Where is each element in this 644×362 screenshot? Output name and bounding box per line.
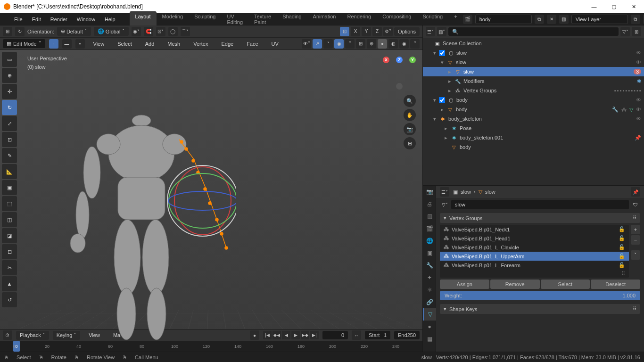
prop-tab-viewlayer[interactable]: ▥	[423, 210, 436, 222]
tool-transform[interactable]: ⊡	[2, 132, 17, 147]
tool-select-box[interactable]: ▭	[2, 52, 17, 67]
tree-row[interactable]: ▸⁂Vertex Groups▪▪▪▪▪▪▪▪▪▪	[423, 86, 644, 95]
axis-y-button[interactable]: Y	[362, 27, 371, 36]
editor-type-icon[interactable]: ⊞	[3, 27, 12, 36]
eye-icon[interactable]: 👁	[636, 50, 641, 56]
tool-annotate[interactable]: ✎	[2, 148, 17, 163]
breadcrumb-mesh[interactable]: slow	[485, 189, 495, 195]
vertex-select-mode-icon[interactable]: ▫	[49, 39, 58, 49]
prop-tab-scene[interactable]: 🎬	[423, 222, 436, 235]
scene-delete-icon[interactable]: ✕	[547, 15, 556, 24]
menu-select[interactable]: Select	[113, 39, 137, 49]
jump-start-icon[interactable]: |◀	[263, 331, 272, 339]
tree-row[interactable]: ▸🔧Modifiers✱	[423, 76, 644, 86]
minimize-button[interactable]: —	[587, 4, 601, 10]
autokey-icon[interactable]: ●	[250, 330, 259, 340]
axis-x-button[interactable]: X	[351, 27, 360, 36]
xray-icon[interactable]: ⊞	[356, 39, 365, 49]
menu-face[interactable]: Face	[242, 39, 263, 49]
vertex-group-item-selected[interactable]: ⁂ValveBiped.Bip01_L_UpperArm🔓	[440, 252, 629, 261]
perspective-toggle-icon[interactable]: ⊞	[404, 137, 416, 149]
tool-polybuild[interactable]: ▲	[2, 276, 17, 291]
vertex-groups-panel-header[interactable]: ▾Vertex Groups⠿	[440, 213, 640, 223]
workspace-add[interactable]: +	[448, 11, 462, 27]
prop-tab-output[interactable]: 🖨	[423, 198, 436, 210]
menu-help[interactable]: Help	[100, 15, 120, 24]
vgroup-specials-button[interactable]: ˅	[631, 250, 640, 260]
menu-window[interactable]: Window	[72, 15, 100, 24]
maximize-button[interactable]: ▢	[607, 4, 620, 10]
outliner-search-input[interactable]	[448, 27, 619, 36]
transform-orientation-select[interactable]: 🌐Global˅	[94, 27, 129, 36]
assign-button[interactable]: Assign	[440, 280, 489, 289]
menu-view[interactable]: View	[89, 39, 109, 49]
weight-slider[interactable]: Weight: 1.000	[440, 291, 640, 300]
vertex-group-item[interactable]: ⁂ValveBiped.Bip01_Neck1🔓	[440, 225, 629, 234]
workspace-rendering[interactable]: Rendering	[341, 11, 377, 27]
play-reverse-icon[interactable]: ◀	[282, 331, 290, 339]
navigation-gizmo[interactable]: Z X Y	[383, 57, 416, 90]
zoom-icon[interactable]: 🔍	[404, 95, 416, 107]
eye-icon[interactable]: 👁	[636, 107, 641, 113]
tree-row[interactable]: ▾▢body👁	[423, 95, 644, 105]
prop-tab-material[interactable]: ●	[423, 321, 436, 333]
snap-dropdown-icon[interactable]: ◉˅	[132, 27, 141, 36]
workspace-uv[interactable]: UV Editing	[221, 11, 248, 27]
tree-row[interactable]: ▽body	[423, 142, 644, 152]
prop-tab-particles[interactable]: ✦	[423, 272, 436, 284]
shading-material-icon[interactable]: ◐	[388, 39, 398, 49]
viewlayer-browse-icon[interactable]: ▥	[559, 15, 569, 24]
prop-tab-render[interactable]: 📷	[423, 186, 436, 198]
collection-checkbox[interactable]	[439, 97, 445, 103]
tree-row[interactable]: ▸▽body🔧⁂▽👁	[423, 105, 644, 114]
proportional-falloff-icon[interactable]: ⌒˅	[181, 27, 190, 36]
keyframe-next-icon[interactable]: ▶◆	[301, 331, 309, 339]
workspace-modeling[interactable]: Modeling	[157, 11, 189, 27]
range-lock-icon[interactable]: ↔	[352, 330, 361, 340]
tool-move[interactable]: ✣	[2, 84, 17, 99]
outliner-tree[interactable]: ▣Scene Collection ▾▢slow👁 ▾▽slow👁 ▸▽slow…	[423, 38, 644, 185]
prop-tab-object[interactable]: ▣	[423, 247, 436, 259]
workspace-compositing[interactable]: Compositing	[377, 11, 417, 27]
keyframe-prev-icon[interactable]: ◆◀	[272, 331, 281, 339]
mesh-name-input[interactable]	[451, 200, 629, 209]
options-dropdown[interactable]: Options	[394, 27, 420, 36]
scene-name-input[interactable]	[475, 15, 532, 24]
shading-options-icon[interactable]: ˅	[410, 39, 420, 49]
prop-tab-constraints[interactable]: 🔗	[423, 296, 436, 308]
menu-render[interactable]: Render	[46, 15, 72, 24]
prop-tab-world[interactable]: 🌐	[423, 235, 436, 247]
menu-vertex[interactable]: Vertex	[189, 39, 213, 49]
visibility-icon[interactable]: 👁˅	[302, 39, 311, 49]
face-select-mode-icon[interactable]: ▪	[75, 39, 85, 49]
tool-inset[interactable]: ◫	[2, 212, 17, 227]
deselect-button[interactable]: Deselect	[591, 280, 640, 289]
scene-new-icon[interactable]: ⧉	[535, 15, 544, 24]
tool-rotate[interactable]: ↻	[2, 100, 17, 115]
mesh-browse-icon[interactable]: ▽˅	[440, 200, 449, 209]
tool-knife[interactable]: ✂	[2, 260, 17, 275]
gizmo-toggle-icon[interactable]: ↗	[313, 39, 322, 49]
eye-icon[interactable]: 👁	[636, 59, 641, 65]
overlays-toggle-icon[interactable]: ◉	[334, 39, 344, 49]
tool-add-cube[interactable]: ▣	[2, 180, 17, 195]
tool-spin[interactable]: ↺	[2, 292, 17, 307]
workspace-scripting[interactable]: Scripting	[417, 11, 448, 27]
outliner-new-collection-icon[interactable]: ⊞	[632, 27, 641, 36]
orientation-select[interactable]: ⊕Default˅	[57, 27, 91, 36]
outliner-display-icon[interactable]: ▥˅	[437, 27, 446, 36]
menu-add[interactable]: Add	[140, 39, 159, 49]
timeline-ruler[interactable]: 0 0 20 40 60 80 100 120 140 160 180 200 …	[0, 341, 422, 352]
play-icon[interactable]: ▶	[291, 331, 300, 339]
timeline-editor-type-icon[interactable]: ⏱	[3, 330, 12, 340]
vgroup-remove-button[interactable]: −	[631, 235, 640, 245]
workspace-shading[interactable]: Shading	[277, 11, 307, 27]
tree-row[interactable]: ▸✱Pose	[423, 123, 644, 133]
close-button[interactable]: ✕	[627, 4, 640, 10]
tool-scale[interactable]: ⤢	[2, 116, 17, 131]
select-button[interactable]: Select	[541, 280, 590, 289]
shading-rendered-icon[interactable]: ◉	[399, 39, 409, 49]
tool-extrude[interactable]: ⬚	[2, 196, 17, 211]
shading-wireframe-icon[interactable]: ⊕	[367, 39, 376, 49]
vertex-group-item[interactable]: ⁂ValveBiped.Bip01_L_Forearm🔓	[440, 261, 629, 270]
